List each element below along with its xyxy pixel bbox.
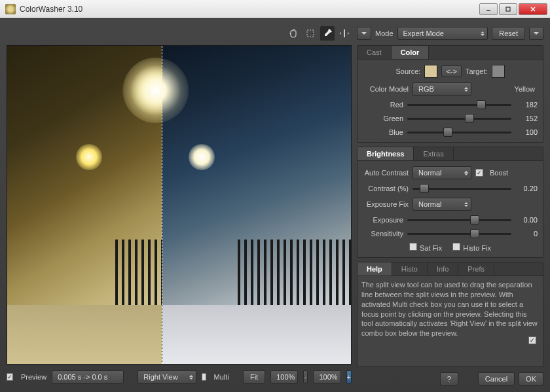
satfix-label: Sat Fix bbox=[420, 244, 442, 252]
red-slider[interactable] bbox=[407, 100, 511, 109]
multi-checkbox[interactable] bbox=[202, 373, 206, 381]
tab-info[interactable]: Info bbox=[428, 262, 458, 276]
split-tool-icon[interactable] bbox=[337, 26, 352, 41]
preset-dropdown[interactable] bbox=[357, 27, 371, 40]
info-panel-group: Help Histo Info Prefs The split view too… bbox=[357, 262, 543, 367]
preview-after bbox=[162, 46, 351, 364]
exposure-fix-label: Exposure Fix bbox=[363, 200, 409, 208]
histofix-label: Histo Fix bbox=[463, 244, 491, 252]
color-name-label: Yellow bbox=[515, 85, 535, 93]
color-panel-group: Cast Color Source: <-> Target: Color Mod… bbox=[357, 45, 543, 143]
app-body: Preview 0.005 s -> 0.0 s Right View Mult… bbox=[0, 18, 550, 392]
mode-label: Mode bbox=[375, 29, 394, 37]
zoom-left-stepper[interactable]: 100% bbox=[270, 370, 298, 383]
color-model-select[interactable]: RGB bbox=[412, 82, 471, 96]
contrast-value: 0.20 bbox=[515, 185, 538, 192]
red-label: Red bbox=[363, 101, 403, 109]
app-icon bbox=[5, 4, 16, 14]
fit-button[interactable]: Fit bbox=[243, 370, 265, 383]
source-label: Source: bbox=[395, 67, 420, 75]
window-controls bbox=[479, 3, 547, 15]
dialog-buttons: ? Cancel OK bbox=[357, 372, 543, 385]
main-panel: Preview 0.005 s -> 0.0 s Right View Mult… bbox=[7, 26, 352, 385]
svg-rect-4 bbox=[307, 30, 314, 37]
contrast-label: Contrast (%) bbox=[363, 185, 409, 192]
mode-select[interactable]: Expert Mode bbox=[397, 27, 488, 40]
toolbar bbox=[7, 26, 352, 41]
titlebar: ColorWasher 3.10 bbox=[0, 0, 550, 18]
multi-label: Multi bbox=[214, 373, 229, 381]
red-value: 182 bbox=[515, 101, 538, 109]
zoom-plus-button[interactable]: + bbox=[346, 370, 352, 383]
exposure-label: Exposure bbox=[363, 216, 403, 224]
tab-histo[interactable]: Histo bbox=[392, 262, 428, 276]
brightness-panel-group: Brightness Extras Auto Contrast Normal B… bbox=[357, 147, 543, 258]
target-swatch[interactable] bbox=[492, 65, 505, 78]
source-swatch[interactable] bbox=[424, 65, 437, 78]
histofix-checkbox[interactable] bbox=[452, 243, 460, 251]
blue-value: 100 bbox=[515, 128, 538, 136]
tab-brightness[interactable]: Brightness bbox=[358, 147, 414, 160]
maximize-button[interactable] bbox=[499, 3, 517, 15]
close-button[interactable] bbox=[519, 3, 547, 15]
tab-extras[interactable]: Extras bbox=[414, 147, 453, 160]
auto-contrast-select[interactable]: Normal bbox=[412, 166, 471, 179]
exposure-value: 0.00 bbox=[515, 216, 538, 224]
hand-tool-icon[interactable] bbox=[286, 26, 301, 41]
preview-label: Preview bbox=[21, 373, 46, 381]
preview-checkbox[interactable] bbox=[7, 373, 13, 381]
reset-button[interactable]: Reset bbox=[492, 27, 525, 40]
window-title: ColorWasher 3.10 bbox=[20, 5, 479, 14]
side-panel: Mode Expert Mode Reset Cast Color Source… bbox=[357, 26, 543, 385]
help-toggle-checkbox[interactable] bbox=[528, 336, 536, 344]
green-value: 152 bbox=[515, 115, 538, 122]
reset-dropdown[interactable] bbox=[529, 27, 543, 40]
boost-label: Boost bbox=[490, 169, 508, 177]
app-window: ColorWasher 3.10 bbox=[0, 0, 550, 392]
blue-slider[interactable] bbox=[407, 128, 511, 137]
mode-row: Mode Expert Mode Reset bbox=[357, 26, 543, 41]
bottom-bar: Preview 0.005 s -> 0.0 s Right View Mult… bbox=[7, 368, 352, 385]
ok-button[interactable]: OK bbox=[519, 372, 543, 385]
green-label: Green bbox=[363, 115, 403, 122]
help-button[interactable]: ? bbox=[440, 372, 458, 385]
view-mode-select[interactable]: Right View bbox=[138, 370, 196, 383]
preview-area[interactable] bbox=[7, 45, 352, 365]
tab-cast[interactable]: Cast bbox=[358, 46, 392, 59]
target-label: Target: bbox=[466, 67, 488, 75]
cancel-button[interactable]: Cancel bbox=[478, 372, 515, 385]
minimize-button[interactable] bbox=[479, 3, 498, 15]
sensitivity-value: 0 bbox=[515, 230, 538, 238]
svg-rect-1 bbox=[506, 7, 510, 11]
contrast-slider[interactable] bbox=[412, 184, 511, 193]
green-slider[interactable] bbox=[407, 114, 511, 123]
sensitivity-label: Sensitivity bbox=[363, 230, 403, 238]
zoom-minus-button[interactable]: - bbox=[303, 370, 308, 383]
color-model-label: Color Model bbox=[363, 85, 409, 93]
exposure-slider[interactable] bbox=[407, 215, 511, 224]
eyedropper-tool-icon[interactable] bbox=[320, 26, 335, 41]
tab-help[interactable]: Help bbox=[358, 262, 392, 276]
help-text: The split view tool can be used to drag … bbox=[358, 276, 543, 347]
tab-color[interactable]: Color bbox=[392, 46, 430, 59]
blue-label: Blue bbox=[363, 128, 403, 136]
swap-button[interactable]: <-> bbox=[441, 65, 462, 77]
exposure-fix-select[interactable]: Normal bbox=[412, 198, 471, 211]
satfix-checkbox[interactable] bbox=[409, 243, 417, 251]
marquee-tool-icon[interactable] bbox=[303, 26, 318, 41]
zoom-right-stepper[interactable]: 100% bbox=[313, 370, 340, 383]
sensitivity-slider[interactable] bbox=[407, 229, 511, 238]
boost-checkbox[interactable] bbox=[475, 169, 483, 177]
auto-contrast-label: Auto Contrast bbox=[363, 169, 409, 177]
tab-prefs[interactable]: Prefs bbox=[458, 262, 494, 276]
timing-display[interactable]: 0.005 s -> 0.0 s bbox=[52, 370, 124, 383]
